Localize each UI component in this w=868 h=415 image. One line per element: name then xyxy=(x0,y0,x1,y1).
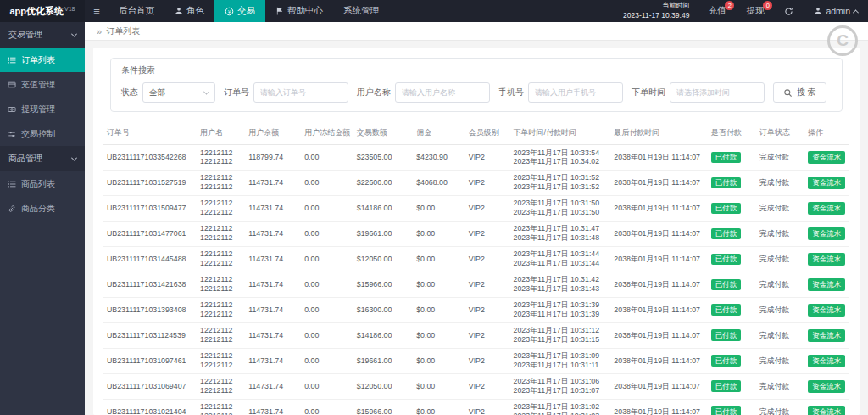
sidebar-item-recharge[interactable]: 充值管理 xyxy=(0,72,85,97)
table-row: UB23111171033542268122121121221211211879… xyxy=(103,145,849,171)
column-header: 订单状态 xyxy=(756,121,804,145)
cell-level: VIP2 xyxy=(465,272,510,297)
search-button[interactable]: 搜 索 xyxy=(773,82,826,103)
cell-level: VIP2 xyxy=(465,221,510,246)
fund-flow-button[interactable]: 资金流水 xyxy=(808,380,845,393)
cell-paid: 已付款 xyxy=(708,145,756,171)
cell-order-no: UB23111171031393408 xyxy=(103,297,197,322)
content-panel: 条件搜索 状态 全部 订单号 用户名称 手 xyxy=(93,48,860,415)
order-time-label: 下单时间 xyxy=(632,87,665,98)
sidebar-item-product-list[interactable]: 商品列表 xyxy=(0,171,85,196)
fund-flow-button[interactable]: 资金流水 xyxy=(808,227,845,240)
cell-action: 资金流水 xyxy=(804,348,849,373)
sidebar-group-trade[interactable]: 交易管理 xyxy=(0,22,85,48)
cell-status: 完成付款 xyxy=(756,246,804,272)
menu-item-system[interactable]: 系统管理 xyxy=(333,0,389,22)
fund-flow-button[interactable]: 资金流水 xyxy=(808,202,845,215)
withdraw-link[interactable]: 提现 0 xyxy=(736,0,774,22)
cell-order-pay-time: 2023年11月17日 10:31:022023年11月17日 10:31:03 xyxy=(510,399,611,415)
user-icon xyxy=(814,7,822,15)
menu-item-roles[interactable]: 角色 xyxy=(164,0,214,22)
cell-amount: $22600.00 xyxy=(353,170,413,195)
fund-flow-button[interactable]: 资金流水 xyxy=(808,278,845,291)
refresh-button[interactable] xyxy=(774,0,804,22)
orders-table-head-row: 订单号用户名用户余额用户冻结金额交易数额佣金会员级别下单时间/付款时间最后付款时… xyxy=(103,121,849,145)
cell-amount: $19661.00 xyxy=(353,348,413,373)
cell-username: 1221211212212112 xyxy=(197,170,245,195)
sidebar-item-orders[interactable]: 订单列表 xyxy=(0,48,85,72)
sidebar-item-withdraw[interactable]: 提现管理 xyxy=(0,97,85,121)
cell-order-no: UB23111171033542268 xyxy=(103,145,197,171)
fund-flow-button[interactable]: 资金流水 xyxy=(808,355,845,367)
sidebar-item-product-category[interactable]: 商品分类 xyxy=(0,196,85,221)
cell-frozen: 0.00 xyxy=(301,348,353,373)
username-input[interactable] xyxy=(395,82,490,103)
cell-status: 完成付款 xyxy=(756,322,804,348)
column-header: 用户余额 xyxy=(245,121,301,145)
menu-item-label: 系统管理 xyxy=(343,5,379,17)
cell-last-pay-time: 2038年01月19日 11:14:07 xyxy=(610,399,707,415)
menu-item-label: 后台首页 xyxy=(119,5,154,17)
order-no-input[interactable] xyxy=(253,82,348,103)
paid-badge: 已付款 xyxy=(711,355,742,367)
cell-username: 1221211212212112 xyxy=(197,322,245,348)
cell-last-pay-time: 2038年01月19日 11:14:07 xyxy=(610,195,707,221)
cell-username: 1221211212212112 xyxy=(197,246,245,272)
column-header: 最后付款时间 xyxy=(610,121,707,145)
refresh-icon xyxy=(784,7,793,16)
fund-flow-button[interactable]: 资金流水 xyxy=(808,151,845,164)
sidebar-toggle-button[interactable]: ≡ xyxy=(85,0,108,22)
phone-input[interactable] xyxy=(528,82,623,103)
cell-frozen: 0.00 xyxy=(301,170,353,195)
status-select[interactable]: 全部 xyxy=(142,82,215,103)
paid-badge: 已付款 xyxy=(711,228,742,240)
sidebar-item-label: 交易控制 xyxy=(21,128,55,140)
cell-order-no: UB23111171031021404 xyxy=(103,399,197,415)
cell-paid: 已付款 xyxy=(708,373,756,399)
cell-amount: $14186.00 xyxy=(353,322,413,348)
fund-flow-button[interactable]: 资金流水 xyxy=(808,253,845,266)
sidebar-group-products[interactable]: 商品管理 xyxy=(0,146,85,171)
order-no-field: 订单号 xyxy=(224,82,348,103)
cell-order-no: UB23111171031097461 xyxy=(103,348,197,373)
column-header: 会员级别 xyxy=(465,121,510,145)
recharge-link[interactable]: 充值 2 xyxy=(698,0,736,22)
brand-watermark: C xyxy=(827,25,858,56)
fund-flow-button[interactable]: 资金流水 xyxy=(808,329,845,342)
cell-amount: $19661.00 xyxy=(353,221,413,246)
search-panel: 条件搜索 状态 全部 订单号 用户名称 手 xyxy=(110,58,843,112)
main-menu: 后台首页 角色 ¥ 交易 帮助中心 系统管理 xyxy=(108,0,389,22)
control-sliders-icon xyxy=(8,130,16,138)
cell-order-pay-time: 2023年11月17日 10:31:422023年11月17日 10:31:43 xyxy=(510,272,611,297)
cell-status: 完成付款 xyxy=(756,348,804,373)
fund-flow-button[interactable]: 资金流水 xyxy=(808,304,845,317)
order-time-input[interactable] xyxy=(670,82,765,103)
user-menu[interactable]: admin xyxy=(804,0,868,22)
chevron-down-icon xyxy=(203,88,209,94)
menu-item-help[interactable]: 帮助中心 xyxy=(265,0,333,22)
cell-paid: 已付款 xyxy=(708,195,756,221)
cell-last-pay-time: 2038年01月19日 11:14:07 xyxy=(610,322,707,348)
sidebar-group-label: 商品管理 xyxy=(8,153,42,165)
cell-username: 1221211212212112 xyxy=(197,272,245,297)
fund-flow-button[interactable]: 资金流水 xyxy=(808,406,845,415)
cell-level: VIP2 xyxy=(465,322,510,348)
cell-last-pay-time: 2038年01月19日 11:14:07 xyxy=(610,246,707,272)
cell-last-pay-time: 2038年01月19日 11:14:07 xyxy=(610,272,707,297)
cell-level: VIP2 xyxy=(465,145,510,171)
menu-item-trade[interactable]: ¥ 交易 xyxy=(214,0,265,22)
sidebar-item-trade-control[interactable]: 交易控制 xyxy=(0,121,85,146)
cell-status: 完成付款 xyxy=(756,373,804,399)
cell-action: 资金流水 xyxy=(804,195,849,221)
fund-flow-button[interactable]: 资金流水 xyxy=(808,177,845,189)
cell-level: VIP2 xyxy=(465,170,510,195)
cell-balance: 118799.74 xyxy=(245,145,301,171)
search-form: 状态 全部 订单号 用户名称 手机号 xyxy=(121,82,832,103)
table-row: UB23111171031021404122121121221211211473… xyxy=(103,399,849,415)
menu-item-home[interactable]: 后台首页 xyxy=(108,0,164,22)
column-header: 用户名 xyxy=(197,121,245,145)
cell-level: VIP2 xyxy=(465,373,510,399)
paid-badge: 已付款 xyxy=(711,254,742,266)
cell-paid: 已付款 xyxy=(708,272,756,297)
cell-action: 资金流水 xyxy=(804,246,849,272)
